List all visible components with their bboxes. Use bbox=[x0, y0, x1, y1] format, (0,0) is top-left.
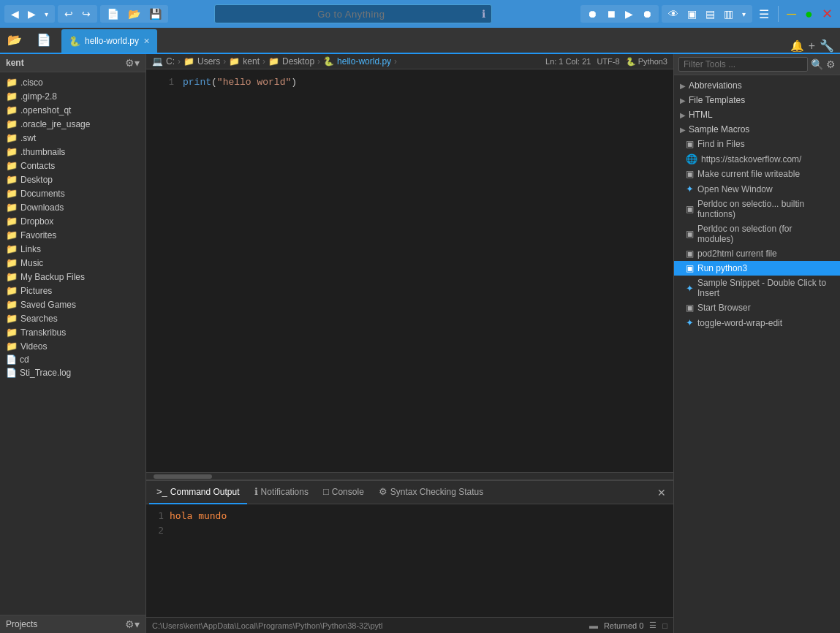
language-label[interactable]: 🐍 Python3 bbox=[626, 57, 667, 67]
tab-add-icon[interactable]: + bbox=[809, 39, 815, 53]
tool-open-new-window[interactable]: ✦ Open New Window bbox=[674, 181, 840, 197]
sidebar-item-my-backup-files[interactable]: 📁My Backup Files bbox=[0, 270, 145, 284]
sidebar-item-.openshot_qt[interactable]: 📁.openshot_qt bbox=[0, 103, 145, 117]
tab-file-icon[interactable]: 📂 bbox=[0, 26, 29, 53]
sidebar-item-music[interactable]: 📁Music bbox=[0, 256, 145, 270]
tab-hello-world[interactable]: 🐍 hello-world.py ✕ bbox=[61, 29, 157, 53]
tab-command-output[interactable]: >_ Command Output bbox=[149, 481, 247, 504]
sidebar-item-.thumbnails[interactable]: 📁.thumbnails bbox=[0, 145, 145, 159]
sidebar-item-links[interactable]: 📁Links bbox=[0, 242, 145, 256]
open-folder-button[interactable]: 📂 bbox=[124, 7, 144, 21]
tab-bell-icon[interactable]: 🔔 bbox=[790, 39, 804, 53]
layout2-button[interactable]: ▤ bbox=[702, 7, 719, 21]
sidebar-item-documents[interactable]: 📁Documents bbox=[0, 186, 145, 200]
tool-toggle-word-wrap[interactable]: ✦ toggle-word-wrap-edit bbox=[674, 315, 840, 330]
folder-icon: 📁 bbox=[6, 105, 18, 115]
hamburger-icon[interactable]: ☰ bbox=[649, 621, 657, 630]
notifications-icon: ℹ bbox=[254, 486, 258, 497]
play-macro-button[interactable]: ▶ bbox=[621, 7, 637, 21]
tool-sample-snippet[interactable]: ✦ Sample Snippet - Double Click to Inser… bbox=[674, 276, 840, 300]
tool-run-python3[interactable]: ▣ Run python3 bbox=[674, 261, 840, 276]
record-macro-button[interactable]: ⏺ bbox=[583, 7, 601, 21]
sidebar-item-searches[interactable]: 📁Searches bbox=[0, 311, 145, 325]
sidebar-item-.oracle_jre_usage[interactable]: 📁.oracle_jre_usage bbox=[0, 117, 145, 131]
tool-stackoverflow[interactable]: 🌐 https://stackoverflow.com/ bbox=[674, 151, 840, 167]
square-icon[interactable]: □ bbox=[662, 621, 667, 630]
save-button[interactable]: 💾 bbox=[145, 7, 165, 21]
tab-notifications[interactable]: ℹ Notifications bbox=[247, 481, 316, 504]
window-minimize-button[interactable]: ─ bbox=[784, 7, 799, 22]
stop-macro-button[interactable]: ⏹ bbox=[602, 7, 620, 21]
breadcrumb-kent[interactable]: kent bbox=[243, 56, 260, 67]
sidebar-item-sti_trace.log[interactable]: 📄Sti_Trace.log bbox=[0, 366, 145, 379]
back-button[interactable]: ◀ bbox=[7, 7, 23, 21]
breadcrumb-users[interactable]: Users bbox=[197, 56, 220, 67]
tab-console[interactable]: □ Console bbox=[316, 481, 371, 504]
new-file-button[interactable]: 📄 bbox=[103, 7, 123, 21]
tools-settings-button[interactable]: ⚙ bbox=[826, 58, 836, 70]
window-maximize-button[interactable]: ● bbox=[802, 7, 816, 22]
bottom-statusbar: C:\Users\kent\AppData\Local\Programs\Pyt… bbox=[146, 617, 673, 633]
horizontal-scroll-thumb[interactable] bbox=[154, 474, 212, 479]
tool-pod2html[interactable]: ▣ pod2html current file bbox=[674, 246, 840, 261]
sidebar-item-transkribus[interactable]: 📁Transkribus bbox=[0, 325, 145, 339]
cursor-position[interactable]: Ln: 1 Col: 21 bbox=[545, 57, 591, 66]
breadcrumb-drive[interactable]: C: bbox=[166, 56, 175, 67]
tool-group-file-templates[interactable]: ▶ File Templates bbox=[674, 93, 840, 107]
editor-scrollbar[interactable] bbox=[146, 472, 673, 480]
tab-syntax-checking[interactable]: ⚙ Syntax Checking Status bbox=[371, 481, 491, 504]
sidebar-item-contacts[interactable]: 📁Contacts bbox=[0, 159, 145, 173]
tool-make-writeable[interactable]: ▣ Make current file writeable bbox=[674, 167, 840, 181]
menu-button[interactable]: ☰ bbox=[755, 6, 773, 23]
forward-button[interactable]: ▶ bbox=[24, 7, 39, 21]
tab-tools-icon[interactable]: 🔧 bbox=[820, 39, 834, 53]
sidebar-item-downloads[interactable]: 📁Downloads bbox=[0, 200, 145, 214]
editor-content[interactable]: 1 print("hello world") bbox=[146, 69, 673, 472]
sidebar-gear-button[interactable]: ⚙▾ bbox=[125, 57, 140, 69]
undo-button[interactable]: ↩ bbox=[61, 7, 77, 21]
sidebar-item-pictures[interactable]: 📁Pictures bbox=[0, 284, 145, 297]
goto-bar[interactable]: ℹ bbox=[214, 4, 492, 23]
sidebar-item-favorites[interactable]: 📁Favorites bbox=[0, 228, 145, 242]
layout-dropdown-button[interactable]: ▾ bbox=[738, 9, 749, 20]
sidebar-item-desktop[interactable]: 📁Desktop bbox=[0, 173, 145, 186]
nav-dropdown-button[interactable]: ▾ bbox=[41, 9, 52, 20]
bottom-panel-close-button[interactable]: ✕ bbox=[653, 487, 670, 499]
tool-group-html[interactable]: ▶ HTML bbox=[674, 107, 840, 122]
sidebar-item-dropbox[interactable]: 📁Dropbox bbox=[0, 214, 145, 228]
tabbar: 📂 📄 🐍 hello-world.py ✕ 🔔 + 🔧 bbox=[0, 28, 840, 54]
file-icon: 📄 bbox=[6, 368, 17, 378]
sidebar-item-.gimp-2.8[interactable]: 📁.gimp-2.8 bbox=[0, 89, 145, 103]
tool-group-sample-macros[interactable]: ▶ Sample Macros bbox=[674, 122, 840, 137]
window-close-button[interactable]: ✕ bbox=[819, 6, 836, 22]
sidebar-item-.swt[interactable]: 📁.swt bbox=[0, 131, 145, 145]
output-num-2: 2 bbox=[152, 523, 164, 538]
sidebar-item-.cisco[interactable]: 📁.cisco bbox=[0, 75, 145, 89]
sidebar-item-saved-games[interactable]: 📁Saved Games bbox=[0, 297, 145, 311]
macro-icon-button[interactable]: ⏺ bbox=[638, 7, 656, 21]
goto-input[interactable] bbox=[221, 9, 482, 20]
tool-group-abbreviations[interactable]: ▶ Abbreviations bbox=[674, 78, 840, 93]
macro-buttons: ⏺ ⏹ ▶ ⏺ bbox=[580, 5, 659, 23]
sidebar-item-videos[interactable]: 📁Videos bbox=[0, 339, 145, 353]
layout1-button[interactable]: ▣ bbox=[684, 7, 700, 21]
encoding-label[interactable]: UTF-8 bbox=[597, 57, 619, 66]
tool-perldoc-builtin[interactable]: ▣ Perldoc on selectio... builtin functio… bbox=[674, 197, 840, 221]
tools-search-button[interactable]: 🔍 bbox=[811, 58, 823, 70]
redo-button[interactable]: ↪ bbox=[78, 7, 94, 21]
breadcrumb-file[interactable]: hello-world.py bbox=[337, 56, 391, 67]
start-browser-label: Start Browser bbox=[697, 303, 751, 313]
tools-search-input[interactable] bbox=[678, 57, 808, 72]
layout3-button[interactable]: ▥ bbox=[720, 7, 737, 21]
tool-start-browser[interactable]: ▣ Start Browser bbox=[674, 300, 840, 315]
sidebar-item-label: .thumbnails bbox=[20, 147, 65, 157]
projects-gear-button[interactable]: ⚙▾ bbox=[125, 618, 140, 630]
eye-button[interactable]: 👁 bbox=[665, 7, 682, 21]
tab-new-file-icon[interactable]: 📄 bbox=[29, 26, 58, 53]
sidebar-header: kent ⚙▾ bbox=[0, 54, 145, 72]
tool-perldoc-modules[interactable]: ▣ Perldoc on selection (for modules) bbox=[674, 221, 840, 246]
breadcrumb-desktop[interactable]: Desktop bbox=[282, 56, 314, 67]
sidebar-item-cd[interactable]: 📄cd bbox=[0, 353, 145, 366]
tool-find-in-files[interactable]: ▣ Find in Files bbox=[674, 137, 840, 151]
tab-close-button[interactable]: ✕ bbox=[143, 37, 150, 46]
